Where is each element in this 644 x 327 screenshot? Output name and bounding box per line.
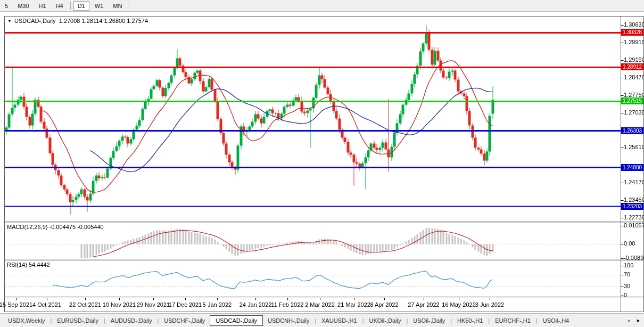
price-axis-label: 1.25610 — [624, 144, 644, 150]
price-axis-label: 1.29910 — [624, 39, 644, 45]
tab-xauusd-h1[interactable]: XAUUSD-,H1 — [317, 316, 362, 325]
timeframe-button-mn[interactable]: MN — [109, 1, 126, 11]
chart-tab-bar: USDX,Weekly|EURUSD-,Daily|AUDUSD-,Daily|… — [0, 313, 644, 327]
tab-ukoil-daily[interactable]: UKOil-,Daily — [365, 316, 406, 325]
timeframe-toolbar: 5M30H1H4D1W1MN — [0, 0, 644, 12]
tab-audusd-daily[interactable]: AUDUSD-,Daily — [106, 316, 157, 325]
timeframe-button-w1[interactable]: W1 — [90, 1, 108, 11]
chart-title-symbol: USDCAD-,Daily — [14, 18, 56, 24]
macd-axis-label: 0.00 — [624, 240, 635, 247]
rsi-axis-label: 70 — [624, 271, 630, 277]
price-level-badge: 1.28912 — [621, 63, 643, 70]
tab-eurchf-h1[interactable]: EURCHF-,H1 — [490, 316, 535, 325]
date-axis-label: 22 Oct 2021 — [69, 301, 101, 308]
rsi-value: 54.4442 — [29, 261, 50, 268]
toolbar-separator — [129, 2, 129, 10]
price-level-badge: 1.23203 — [621, 203, 643, 210]
chart-title-ohlc: 1.27008 1.28114 1.26800 1.27574 — [59, 18, 148, 24]
date-axis-label: 27 Apr 2022 — [408, 301, 439, 308]
price-axis-label: 1.27030 — [624, 109, 644, 116]
price-axis-label: 1.24170 — [624, 179, 644, 185]
tab-usdcad-daily[interactable]: USDCAD-,Daily — [210, 315, 263, 326]
rsi-name: RSI(14) — [7, 261, 27, 268]
chart-title-collapse-icon[interactable]: ▼ — [7, 19, 12, 23]
price-axis-label: 1.27750 — [624, 92, 644, 98]
tab-usdchf-daily[interactable]: USDCHF-,Daily — [159, 316, 210, 325]
date-axis-label: 11 Feb 2022 — [271, 301, 304, 308]
rsi-axis-label: 100 — [624, 262, 633, 268]
rsi-indicator-label: RSI(14) 54.4442 — [7, 261, 50, 268]
chart-canvas[interactable] — [0, 0, 644, 327]
date-axis-label: 17 Dec 2021 — [169, 301, 202, 308]
date-axis-label: 4 Oct 2021 — [32, 301, 61, 308]
tab-usoil-h4[interactable]: USOil-,H4 — [538, 316, 574, 325]
price-level-badge: 1.24800 — [621, 164, 643, 171]
macd-name: MACD(12,26,9) — [7, 224, 47, 230]
date-axis-label: 3 Jun 2022 — [475, 301, 504, 308]
price-axis-label: 1.30630 — [624, 21, 644, 28]
date-axis-label: 2 Mar 2022 — [305, 301, 335, 308]
toolbar-separator — [70, 2, 71, 10]
macd-values: -0.004475 -0.005440 — [49, 224, 103, 230]
macd-axis-label: -0.00896 — [624, 255, 644, 261]
tab-usoil-daily[interactable]: USOil-,Daily — [408, 316, 450, 325]
timeframe-button-h4[interactable]: H4 — [52, 1, 68, 11]
chart-title: ▼USDCAD-,Daily 1.27008 1.28114 1.26800 1… — [7, 18, 148, 24]
macd-indicator-label: MACD(12,26,9) -0.004475 -0.005440 — [7, 224, 104, 230]
date-axis-label: 5 Jan 2022 — [203, 301, 232, 308]
date-axis-label: 16 May 2022 — [442, 301, 476, 308]
timeframe-button-d1[interactable]: D1 — [73, 1, 89, 11]
tab-scroll-arrows: ◄► — [626, 318, 641, 323]
price-level-badge: 1.30328 — [621, 29, 643, 36]
price-axis-label: 1.28470 — [624, 74, 644, 80]
date-axis-label: 10 Nov 2021 — [103, 301, 136, 308]
price-axis-label: 1.22730 — [624, 214, 644, 220]
price-axis-label: 1.29190 — [624, 56, 644, 63]
price-level-badge: 1.26303 — [621, 127, 643, 134]
trading-app-window: 5M30H1H4D1W1MN ▼USDCAD-,Daily 1.27008 1.… — [0, 0, 644, 327]
tab-usdcnh-daily[interactable]: USDCNH-,Daily — [263, 316, 314, 325]
macd-axis-label: 0.010578 — [624, 222, 644, 228]
price-axis-label: 1.23450 — [624, 197, 644, 203]
date-axis-label: 8 Apr 2022 — [370, 301, 398, 308]
tab-hk50-h1[interactable]: HK50-,H1 — [452, 316, 488, 325]
rsi-axis-label: 0 — [624, 292, 627, 298]
rsi-axis-label: 30 — [624, 283, 630, 289]
timeframe-button-5[interactable]: 5 — [1, 1, 12, 11]
date-axis-label: 24 Jan 2022 — [240, 301, 272, 308]
tab-usdx-weekly[interactable]: USDX,Weekly — [3, 316, 49, 325]
timeframe-button-m30[interactable]: M30 — [13, 1, 33, 11]
date-axis-label: 29 Nov 2021 — [137, 301, 170, 308]
date-axis-label: 21 Mar 2022 — [337, 301, 370, 308]
tab-scroll-left-icon[interactable]: ◄ — [626, 318, 631, 323]
price-level-badge: 1.27515 — [621, 97, 643, 104]
timeframe-button-h1[interactable]: H1 — [35, 1, 51, 11]
tab-eurusd-daily[interactable]: EURUSD-,Daily — [52, 316, 103, 325]
date-axis-label: 15 Sep 2021 — [0, 301, 32, 308]
tab-scroll-right-icon[interactable]: ► — [636, 318, 641, 323]
